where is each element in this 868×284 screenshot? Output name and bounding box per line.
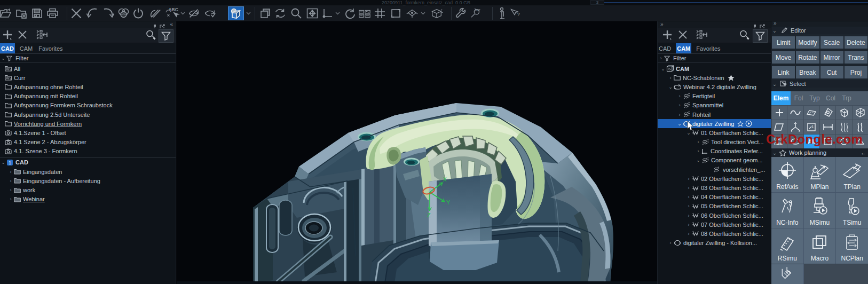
svg-text:Z: Z — [427, 212, 431, 218]
svg-text:1: 1 — [811, 124, 814, 129]
svg-text:ABC: ABC — [475, 9, 480, 12]
svg-text:X: X — [443, 177, 447, 183]
svg-text:?: ? — [517, 12, 520, 17]
svg-text:1: 1 — [9, 160, 11, 165]
svg-text:Y: Y — [446, 199, 451, 206]
svg-text:ABC: ABC — [169, 7, 178, 12]
